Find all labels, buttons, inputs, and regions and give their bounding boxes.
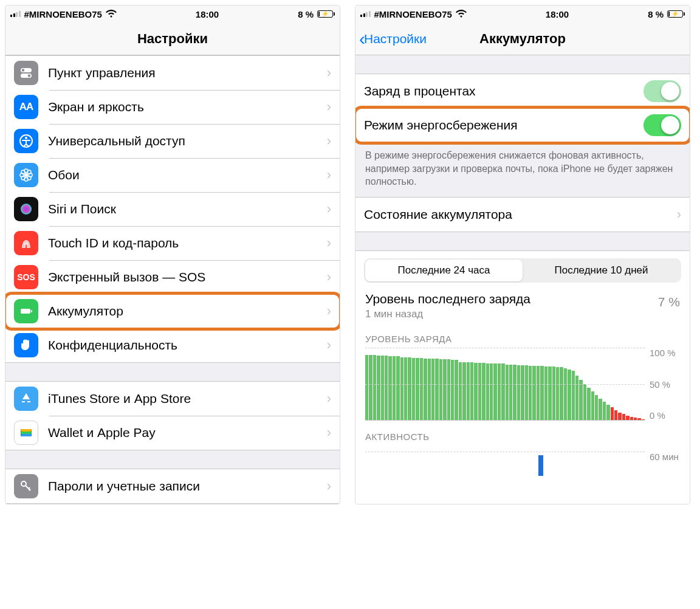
access-icon xyxy=(14,129,38,153)
last-charge-summary: Уровень последнего заряда 1 мин назад 7 … xyxy=(355,283,690,323)
settings-row[interactable]: Siri и Поиск› xyxy=(5,192,340,226)
summary-subtitle: 1 мин назад xyxy=(365,308,530,320)
row-label: Wallet и Apple Pay xyxy=(48,425,327,440)
row-label: Экстренный вызов — SOS xyxy=(48,270,327,284)
chart-bar xyxy=(493,363,496,421)
settings-row[interactable]: Универсальный доступ› xyxy=(5,124,340,158)
row-label: Состояние аккумулятора xyxy=(364,207,677,222)
chevron-right-icon: › xyxy=(677,207,681,222)
row-label: Аккумулятор xyxy=(48,304,327,318)
chart-bar xyxy=(506,365,509,421)
segment-24h[interactable]: Последние 24 часа xyxy=(365,260,523,281)
segment-10d[interactable]: Последние 10 дней xyxy=(523,260,680,281)
settings-row[interactable]: iTunes Store и App Store› xyxy=(5,382,340,416)
sos-icon: SOS xyxy=(14,265,38,289)
row-low-power-mode[interactable]: Режим энергосбережения xyxy=(355,108,690,142)
back-button[interactable]: ‹ Настройки xyxy=(359,30,427,48)
chart-bar xyxy=(420,358,423,421)
settings-row[interactable]: SOSЭкстренный вызов — SOS› xyxy=(5,260,340,294)
chart-bar xyxy=(591,391,594,421)
settings-row[interactable]: Обои› xyxy=(5,158,340,192)
chevron-right-icon: › xyxy=(327,133,331,149)
chevron-right-icon: › xyxy=(327,391,331,407)
carrier-label: #MIRNOENEBO75 xyxy=(374,9,452,19)
status-bar: #MIRNOENEBO75 18:00 8 % ⚡ xyxy=(355,5,690,22)
low-power-note: В режиме энергосбережения снижается фоно… xyxy=(355,143,690,197)
chart-bar xyxy=(540,366,543,421)
chart-bar xyxy=(462,362,465,421)
settings-row[interactable]: AAЭкран и яркость› xyxy=(5,90,340,124)
settings-row[interactable]: Touch ID и код-пароль› xyxy=(5,226,340,260)
chart-bar xyxy=(544,366,547,421)
chart-bar xyxy=(396,356,399,421)
chevron-right-icon: › xyxy=(327,65,331,81)
low-power-toggle[interactable] xyxy=(643,114,681,136)
chart-bar xyxy=(614,410,617,421)
chart-bar xyxy=(568,370,571,421)
signal-icon xyxy=(10,11,21,17)
svg-rect-21 xyxy=(21,434,32,436)
row-label: Экран и яркость xyxy=(48,100,327,114)
toggle-icon xyxy=(14,61,38,85)
chart-bar xyxy=(490,363,493,421)
row-battery-health[interactable]: Состояние аккумулятора › xyxy=(355,198,690,232)
battery-icon xyxy=(14,299,38,323)
nav-bar: ‹ Настройки Аккумулятор xyxy=(355,22,690,55)
svg-point-15 xyxy=(21,204,32,215)
chart-bar xyxy=(486,363,489,421)
chart-bar xyxy=(595,395,598,421)
time-label: 18:00 xyxy=(196,9,219,19)
chart-bar xyxy=(599,399,602,421)
row-label: Touch ID и код-пароль xyxy=(48,236,327,250)
chart-bar xyxy=(564,368,567,421)
percentage-toggle[interactable] xyxy=(643,80,681,102)
chart-bar xyxy=(513,365,516,421)
chart-bar xyxy=(611,407,614,421)
settings-screen: #MIRNOENEBO75 18:00 8 % ⚡ Настройки Пунк… xyxy=(5,5,340,504)
chart-bar xyxy=(377,356,380,421)
chevron-right-icon: › xyxy=(327,99,331,115)
chart-bar xyxy=(459,362,462,421)
settings-row[interactable]: Wallet и Apple Pay› xyxy=(5,416,340,450)
chart-bar xyxy=(470,362,473,421)
chart-bar xyxy=(529,366,532,421)
battery-level-chart: 100 % 50 % 0 % xyxy=(365,348,680,421)
signal-icon xyxy=(360,11,371,17)
time-range-segmented: Последние 24 часа Последние 10 дней xyxy=(364,258,681,283)
row-label: Универсальный доступ xyxy=(48,134,327,148)
row-battery-percentage[interactable]: Заряд в процентах xyxy=(355,74,690,108)
chevron-right-icon: › xyxy=(327,269,331,285)
chart-bar xyxy=(498,363,501,421)
row-label: Обои xyxy=(48,168,327,182)
row-label: Пункт управления xyxy=(48,66,327,80)
chart-bar xyxy=(603,402,606,421)
activity-chart: 60 мин xyxy=(365,452,680,476)
siri-icon xyxy=(14,197,38,221)
chart-bar xyxy=(439,359,442,421)
chevron-right-icon: › xyxy=(327,337,331,353)
activity-bar xyxy=(538,455,543,476)
chart-bar xyxy=(579,380,582,421)
settings-row[interactable]: Аккумулятор› xyxy=(5,294,340,328)
chart-bar xyxy=(560,367,563,421)
chart-bar xyxy=(424,359,427,421)
chart-bar xyxy=(412,358,415,421)
activity-title: АКТИВНОСТЬ xyxy=(365,432,680,442)
row-label: Пароли и учетные записи xyxy=(48,479,327,494)
settings-row[interactable]: Пароли и учетные записи› xyxy=(5,469,340,503)
battery-health-group: Состояние аккумулятора › xyxy=(355,197,690,232)
svg-point-5 xyxy=(25,137,27,139)
settings-row[interactable]: Конфиденциальность› xyxy=(5,328,340,362)
chart-bar xyxy=(431,359,434,421)
svg-point-22 xyxy=(21,481,26,486)
svg-point-6 xyxy=(24,173,28,177)
wifi-icon xyxy=(456,9,467,19)
chevron-right-icon: › xyxy=(327,201,331,217)
chart-bar xyxy=(509,365,512,421)
y-axis-0: 0 % xyxy=(650,410,665,421)
chart-title: УРОВЕНЬ ЗАРЯДА xyxy=(365,334,680,344)
aa-icon: AA xyxy=(14,95,38,119)
chart-bar xyxy=(365,355,368,421)
settings-row[interactable]: Пункт управления› xyxy=(5,56,340,90)
svg-rect-19 xyxy=(21,429,32,432)
